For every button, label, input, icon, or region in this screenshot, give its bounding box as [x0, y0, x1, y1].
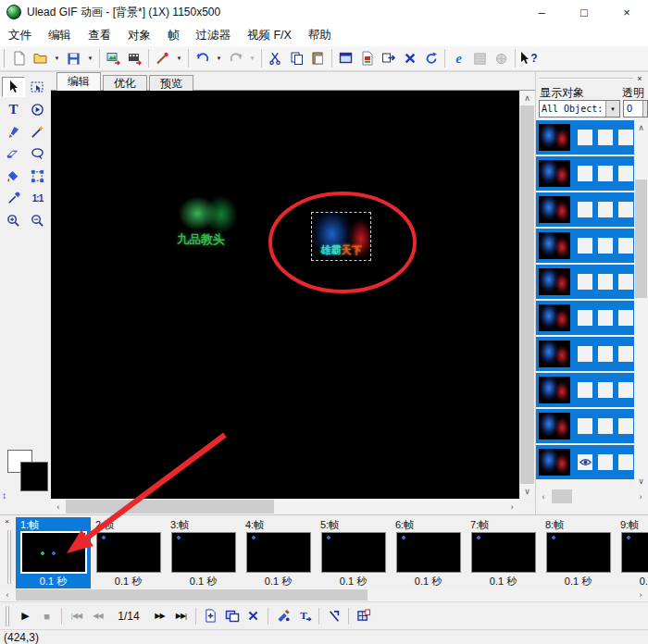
timeline-frame[interactable]: 4:帧 0.1 秒 — [241, 517, 316, 589]
selected-flame-object[interactable]: 雄霸天下 — [311, 212, 371, 261]
add-video-button[interactable] — [124, 47, 145, 69]
object-row[interactable] — [536, 265, 635, 299]
frame-checkbox[interactable] — [578, 346, 592, 362]
stop-button[interactable]: ■ — [36, 606, 57, 626]
undo-button[interactable] — [192, 47, 213, 69]
tab-edit[interactable]: 编辑 — [56, 72, 101, 91]
object-row[interactable] — [536, 373, 635, 407]
object-row[interactable] — [536, 156, 635, 191]
object-thumbnail[interactable] — [539, 196, 570, 223]
canvas-hscrollbar[interactable]: ‹ › — [51, 499, 519, 514]
menu-item-help[interactable]: 帮助 — [300, 28, 340, 43]
frame-checkbox[interactable] — [578, 166, 592, 181]
menu-item-edit[interactable]: 编辑 — [40, 28, 80, 43]
scroll-down-icon[interactable]: ∨ — [519, 484, 535, 499]
close-button[interactable]: × — [605, 0, 648, 24]
object-thumbnail[interactable] — [539, 268, 570, 295]
canvas-vscroll-thumb[interactable] — [520, 105, 534, 484]
menu-item-video-fx[interactable]: 视频 F/X — [239, 28, 300, 43]
scroll-up-icon[interactable]: ∧ — [634, 120, 648, 135]
effects-button[interactable] — [323, 606, 344, 626]
delete-button[interactable] — [399, 47, 420, 69]
add-frame-button[interactable] — [200, 606, 221, 626]
frame-checkbox[interactable] — [578, 130, 592, 145]
menu-item-frame[interactable]: 帧 — [159, 28, 188, 43]
play-button[interactable]: ▶ — [15, 606, 36, 626]
frame-checkbox[interactable] — [618, 454, 633, 470]
timeline-frame[interactable]: 3:帧 0.1 秒 — [166, 517, 241, 589]
frame-checkbox[interactable] — [598, 382, 613, 398]
publish-disabled-button[interactable] — [491, 47, 512, 69]
tool-zoom-out[interactable] — [26, 210, 49, 230]
tool-brush[interactable] — [2, 121, 25, 142]
frame-checkbox[interactable] — [598, 346, 613, 362]
object-thumbnail[interactable] — [539, 304, 570, 331]
frame-thumbnail[interactable] — [171, 532, 236, 573]
frame-checkbox[interactable] — [598, 202, 613, 217]
tool-actual-size[interactable]: 1:1 — [26, 188, 49, 208]
object-thumbnail[interactable] — [539, 232, 570, 259]
tool-zoom-in[interactable] — [2, 210, 25, 230]
maximize-button[interactable]: □ — [563, 0, 605, 24]
last-frame-button[interactable]: ▶▶| — [170, 606, 192, 626]
paste-button[interactable] — [307, 47, 329, 69]
prev-frame-button[interactable]: ◀◀ — [87, 606, 108, 626]
frame-thumbnail[interactable] — [546, 532, 611, 573]
tab-preview[interactable]: 预览 — [149, 75, 193, 91]
frame-checkbox[interactable] — [618, 130, 633, 145]
first-frame-button[interactable]: |◀◀ — [66, 606, 87, 626]
open-dropdown-icon[interactable]: ▼ — [51, 47, 63, 69]
object-thumbnail[interactable] — [539, 377, 570, 403]
tool-eraser[interactable] — [2, 143, 25, 164]
timeline-frame[interactable]: 7:帧 0.1 秒 — [466, 517, 541, 589]
color-swatch-background[interactable] — [20, 462, 48, 491]
save-button[interactable] — [63, 47, 84, 69]
object-row[interactable] — [536, 120, 635, 155]
wizard-dropdown-icon[interactable]: ▼ — [173, 47, 185, 69]
object-panel-hscrollbar[interactable]: ‹ › — [536, 489, 648, 504]
tab-optimize[interactable]: 优化 — [103, 75, 147, 91]
context-help-button[interactable]: ? — [518, 47, 540, 69]
new-file-button[interactable] — [8, 47, 30, 69]
object-filter-dropdown[interactable]: All Object: ▼ — [539, 100, 620, 118]
timeline-frame[interactable]: 5:帧 0.1 秒 — [316, 517, 391, 589]
frame-checkbox[interactable] — [578, 202, 592, 217]
frame-checkbox[interactable] — [618, 382, 633, 398]
object-thumbnail[interactable] — [539, 413, 570, 440]
add-image-button[interactable] — [103, 47, 124, 69]
object-thumbnail[interactable] — [539, 449, 570, 476]
timeline-frame[interactable]: 6:帧 0.1 秒 — [391, 517, 466, 589]
scroll-left-icon[interactable]: ‹ — [536, 489, 551, 504]
scroll-down-icon[interactable]: ∨ — [634, 474, 648, 489]
scroll-right-icon[interactable]: › — [633, 489, 648, 504]
green-flame-text[interactable]: 九品教头 — [177, 231, 242, 248]
update-rotate-button[interactable] — [420, 47, 442, 69]
frame-checkbox[interactable] — [618, 346, 633, 362]
timeline-scrollbar[interactable]: ‹ › — [0, 588, 648, 601]
frame-pane-toggle-button[interactable] — [353, 606, 374, 626]
canvas-hscroll-thumb[interactable] — [66, 500, 274, 514]
frame-checkbox[interactable] — [618, 274, 633, 290]
redo-button[interactable] — [225, 47, 246, 69]
frame-thumbnail[interactable] — [21, 532, 86, 573]
scroll-up-icon[interactable]: ∧ — [519, 91, 535, 105]
undo-dropdown-icon[interactable]: ▼ — [213, 47, 225, 69]
frame-properties-button[interactable] — [335, 47, 356, 69]
frame-checkbox[interactable] — [598, 454, 613, 470]
tool-fill-bucket[interactable] — [2, 166, 25, 186]
object-row[interactable] — [536, 301, 635, 335]
timeline-frame[interactable]: 9:帧 0.1 秒 — [616, 517, 648, 589]
tool-pointer[interactable] — [2, 77, 25, 97]
frame-thumbnail[interactable] — [396, 532, 461, 573]
duplicate-frame-button[interactable] — [221, 606, 243, 626]
frame-thumbnail[interactable] — [96, 532, 161, 573]
frame-checkbox[interactable] — [578, 274, 592, 290]
preview-disabled-button[interactable] — [469, 47, 491, 69]
frame-checkbox[interactable] — [578, 310, 592, 326]
frame-checkbox[interactable] — [598, 274, 613, 290]
cut-button[interactable] — [265, 47, 286, 69]
open-file-button[interactable] — [30, 47, 51, 69]
object-thumbnail[interactable] — [539, 341, 570, 367]
frame-checkbox[interactable] — [618, 310, 633, 326]
object-list-scrollbar[interactable]: ∧ ∨ — [634, 120, 648, 489]
